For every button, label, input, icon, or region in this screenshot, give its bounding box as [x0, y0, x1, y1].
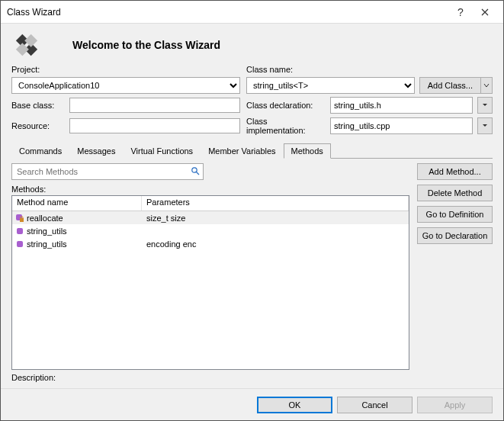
- project-combo[interactable]: ConsoleApplication10: [11, 77, 240, 94]
- classimpl-field[interactable]: [330, 117, 473, 134]
- classimpl-label: Class implementation:: [246, 117, 326, 135]
- classname-combo[interactable]: string_utils<T>: [246, 77, 415, 94]
- goto-definition-button[interactable]: Go to Definition: [417, 206, 493, 223]
- svg-rect-10: [17, 241, 23, 247]
- method-row[interactable]: string_utils: [12, 224, 409, 237]
- svg-point-4: [192, 167, 197, 172]
- wizard-title: Welcome to the Class Wizard: [72, 39, 220, 51]
- methods-list[interactable]: Method name Parameters reallocatesize_t …: [11, 195, 409, 370]
- goto-declaration-button[interactable]: Go to Declaration: [417, 227, 493, 244]
- svg-rect-3: [16, 43, 29, 56]
- svg-line-5: [197, 172, 200, 175]
- methods-label: Methods:: [11, 185, 409, 194]
- method-icon: [15, 239, 24, 249]
- method-row[interactable]: string_utilsencoding enc: [12, 237, 409, 250]
- chevron-down-icon: [483, 82, 490, 88]
- wizard-body: Project: Class name: ConsoleApplication1…: [1, 65, 503, 388]
- col-parameters[interactable]: Parameters: [142, 196, 409, 210]
- cancel-button[interactable]: Cancel: [337, 397, 413, 413]
- dialog-footer: OK Cancel Apply: [1, 388, 503, 420]
- add-class-splitbutton[interactable]: Add Class...: [419, 77, 493, 94]
- svg-rect-9: [17, 228, 23, 234]
- method-name: string_utils: [27, 239, 67, 249]
- wizard-icon: [11, 30, 42, 60]
- list-body: reallocatesize_t sizestring_utilsstring_…: [12, 211, 409, 369]
- apply-button: Apply: [417, 397, 493, 413]
- project-label: Project:: [11, 65, 40, 74]
- description-label: Description:: [11, 373, 409, 382]
- method-params: encoding enc: [142, 239, 409, 249]
- delete-method-button[interactable]: Delete Method: [417, 185, 493, 201]
- wizard-header: Welcome to the Class Wizard: [1, 24, 503, 65]
- search-icon[interactable]: [191, 166, 200, 178]
- tab-virtual-functions[interactable]: Virtual Functions: [123, 143, 201, 159]
- search-box[interactable]: [11, 163, 204, 180]
- svg-rect-2: [24, 34, 37, 47]
- tab-strip: CommandsMessagesVirtual FunctionsMember …: [11, 143, 493, 159]
- add-class-button[interactable]: Add Class...: [419, 77, 480, 94]
- classdecl-field[interactable]: [330, 97, 473, 114]
- baseclass-field: [69, 98, 240, 113]
- method-params: size_t size: [142, 214, 409, 223]
- ok-button[interactable]: OK: [257, 397, 332, 413]
- classdecl-drop[interactable]: [477, 97, 493, 114]
- window-title: Class Wizard: [7, 7, 448, 18]
- methods-tab-panel: Methods: Method name Parameters realloca…: [11, 163, 493, 382]
- close-icon: [481, 8, 489, 16]
- tab-commands[interactable]: Commands: [11, 143, 69, 159]
- close-button[interactable]: [473, 2, 497, 23]
- method-icon: [15, 214, 24, 223]
- method-row[interactable]: reallocatesize_t size: [12, 211, 409, 224]
- baseclass-label: Base class:: [11, 101, 65, 110]
- tab-methods[interactable]: Methods: [284, 143, 331, 159]
- tab-messages[interactable]: Messages: [69, 143, 123, 159]
- chevron-down-icon: [482, 123, 488, 129]
- method-icon: [15, 227, 24, 236]
- method-name: reallocate: [27, 214, 63, 223]
- tab-member-variables[interactable]: Member Variables: [201, 143, 283, 159]
- titlebar: Class Wizard ?: [1, 1, 503, 24]
- resource-field: [69, 118, 240, 133]
- help-button[interactable]: ?: [448, 2, 473, 23]
- add-method-button[interactable]: Add Method...: [417, 163, 493, 180]
- classimpl-drop[interactable]: [477, 117, 493, 134]
- side-buttons: Add Method... Delete Method Go to Defini…: [417, 163, 493, 382]
- search-input[interactable]: [15, 165, 191, 178]
- chevron-down-icon: [482, 102, 488, 108]
- classname-label: Class name:: [246, 65, 293, 74]
- list-header: Method name Parameters: [12, 196, 409, 211]
- method-name: string_utils: [27, 227, 67, 236]
- class-wizard-window: Class Wizard ? Welcome to the Class Wiza…: [0, 0, 504, 421]
- add-class-drop[interactable]: [480, 77, 493, 94]
- resource-label: Resource:: [11, 121, 65, 130]
- col-method-name[interactable]: Method name: [12, 196, 142, 210]
- classdecl-label: Class declaration:: [246, 101, 326, 110]
